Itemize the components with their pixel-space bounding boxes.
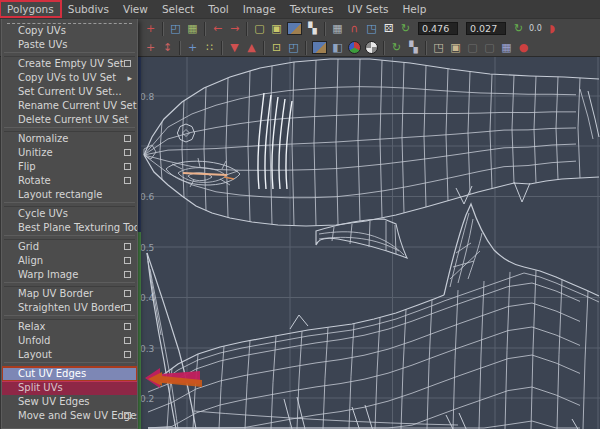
menu-item-copy-uvs-to-uv-set[interactable]: Copy UVs to UV Set▸	[2, 71, 137, 85]
option-box-icon[interactable]	[124, 135, 131, 142]
checker-dots-icon[interactable]: ▚	[304, 20, 321, 38]
add-shell-icon[interactable]: +	[184, 39, 201, 57]
menu-item-create-empty-uv-set[interactable]: Create Empty UV Set	[2, 57, 137, 71]
menu-item-rotate[interactable]: Rotate	[2, 174, 137, 188]
menu-item-unitize[interactable]: Unitize	[2, 146, 137, 160]
uv-grid-icon[interactable]: ▦	[184, 20, 201, 38]
menu-item-paste-uvs[interactable]: Paste UVs	[2, 38, 137, 52]
fin-shell-sweep	[319, 237, 399, 251]
rgb-channels-icon[interactable]	[348, 41, 361, 54]
menubar-item-select[interactable]: Select	[155, 1, 201, 17]
marquee-target-icon[interactable]: ▣	[268, 20, 285, 38]
menu-item-split-uvs[interactable]: Split UVs	[2, 381, 137, 395]
option-box-icon[interactable]	[124, 163, 131, 170]
pin-up-icon[interactable]: ▲	[243, 39, 260, 57]
checker-ghost-icon[interactable]: ▚	[405, 39, 422, 57]
frame-uv-icon[interactable]: ◰	[285, 39, 302, 57]
menu-item-align[interactable]: Align	[2, 254, 137, 268]
menu-item-straighten-uv-border[interactable]: Straighten UV Border	[2, 301, 137, 315]
menu-item-copy-uvs[interactable]: Copy UVs	[2, 24, 137, 38]
fin-shell-rung	[369, 221, 370, 247]
menu-item-map-uv-border[interactable]: Map UV Border	[2, 287, 137, 301]
cycle-shell-icon[interactable]: ▦	[498, 39, 515, 57]
menu-item-rename-current-uv-set[interactable]: Rename Current UV Set...	[2, 99, 137, 113]
pin-down-icon[interactable]: ▼	[226, 39, 243, 57]
pixel-snap-icon[interactable]: ▦	[329, 20, 346, 38]
paste-uv-icon[interactable]: ▣	[447, 39, 464, 57]
paste-u-disabled-icon[interactable]: ▢	[464, 39, 481, 57]
marquee-select-icon[interactable]: ▢	[251, 20, 268, 38]
fish2-lattice-vertical	[505, 272, 510, 429]
menubar-item-textures[interactable]: Textures	[283, 1, 341, 17]
u-coord-field[interactable]	[418, 22, 458, 35]
fish2-lattice-vertical	[531, 270, 536, 429]
layered-shells-icon[interactable]: ◳	[363, 20, 380, 38]
refresh-checker-icon[interactable]: ↻	[388, 39, 405, 57]
zero-value-label: 0.0	[529, 24, 542, 33]
refresh-zero-icon[interactable]: ↻	[510, 20, 527, 38]
menu-item-flip[interactable]: Flip	[2, 160, 137, 174]
menu-item-label: Rotate	[18, 175, 51, 186]
menubar-item-view[interactable]: View	[116, 1, 155, 17]
menu-item-grid[interactable]: Grid	[2, 240, 137, 254]
lattice-points-icon[interactable]: ⊡	[268, 39, 285, 57]
uv-lattice-cut-icon[interactable]: +	[142, 20, 159, 38]
image-display-icon[interactable]	[287, 22, 302, 35]
maya-uv-texture-editor: 0.80.60.50.40.30.2 +◰▦←→▢▣▚▦∩◳⚄↻↻0.0◗ +↕…	[0, 0, 600, 429]
option-box-icon[interactable]	[124, 290, 131, 297]
paste-v-disabled-icon[interactable]: ▢	[481, 39, 498, 57]
overlap-shells-icon[interactable]: ◧	[329, 39, 346, 57]
menu-item-sew-uv-edges[interactable]: Sew UV Edges	[2, 395, 137, 409]
option-box-icon[interactable]	[124, 337, 131, 344]
menubar-item-polygons[interactable]: Polygons	[0, 1, 61, 17]
menubar-item-subdivs[interactable]: Subdivs	[61, 1, 116, 17]
toolbar-separator	[221, 41, 223, 55]
fish1-tail-edge	[588, 91, 599, 137]
partial-red-icon[interactable]: ◗	[544, 20, 561, 38]
option-box-icon[interactable]	[124, 149, 131, 156]
menu-item-layout[interactable]: Layout	[2, 348, 137, 362]
alpha-channel-icon[interactable]	[365, 41, 378, 54]
option-box-icon[interactable]	[124, 271, 131, 278]
red-dot-icon[interactable]: ●	[515, 39, 532, 57]
axis-manip-icon[interactable]: +	[142, 39, 159, 57]
option-box-icon[interactable]	[124, 243, 131, 250]
menubar-item-uv-sets[interactable]: UV Sets	[341, 1, 396, 17]
menu-item-cut-uv-edges[interactable]: Cut UV Edges	[2, 367, 137, 381]
copy-uv-icon[interactable]: ◳	[430, 39, 447, 57]
menu-item-delete-current-uv-set[interactable]: Delete Current UV Set	[2, 113, 137, 127]
select-dots-icon[interactable]: ∷	[201, 39, 218, 57]
menu-item-cycle-uvs[interactable]: Cycle UVs	[2, 207, 137, 221]
option-box-icon[interactable]	[124, 177, 131, 184]
menu-item-layout-rectangle[interactable]: Layout rectangle	[2, 188, 137, 202]
menu-item-relax[interactable]: Relax	[2, 320, 137, 334]
menu-item-normalize[interactable]: Normalize	[2, 132, 137, 146]
option-box-icon[interactable]	[124, 60, 131, 67]
flip-shell-icon[interactable]: ◰	[167, 20, 184, 38]
option-box-icon[interactable]	[124, 257, 131, 264]
option-box-icon[interactable]	[124, 412, 131, 419]
fish1-lattice-vertical	[160, 122, 162, 179]
refresh-ratio-icon[interactable]: ↻	[397, 20, 414, 38]
fin-shell-sweep	[319, 232, 404, 255]
menu-item-label: Warp Image	[18, 269, 78, 280]
magnet-snap-icon[interactable]: ∩	[346, 20, 363, 38]
menubar-item-help[interactable]: Help	[395, 1, 433, 17]
dice-texel-icon[interactable]: ⚄	[380, 20, 397, 38]
v-coord-field[interactable]	[466, 22, 506, 35]
menu-item-warp-image[interactable]: Warp Image	[2, 268, 137, 282]
menu-item-best-plane-texturing-tool[interactable]: Best Plane Texturing Tool	[2, 221, 137, 235]
menubar-item-tool[interactable]: Tool	[201, 1, 235, 17]
menu-item-move-and-sew-uv-edges[interactable]: Move and Sew UV Edges	[2, 409, 137, 423]
menu-item-set-current-uv-set[interactable]: Set Current UV Set...	[2, 85, 137, 99]
option-box-icon[interactable]	[124, 351, 131, 358]
menubar-item-image[interactable]: Image	[236, 1, 283, 17]
option-box-icon[interactable]	[124, 323, 131, 330]
align-right-icon[interactable]: →	[226, 20, 243, 38]
menu-item-label: Unitize	[18, 147, 53, 158]
move-vertical-icon[interactable]: ↕	[159, 39, 176, 57]
image-range-icon[interactable]	[312, 41, 327, 54]
menu-item-unfold[interactable]: Unfold	[2, 334, 137, 348]
option-box-icon[interactable]	[124, 304, 131, 311]
align-left-icon[interactable]: ←	[209, 20, 226, 38]
